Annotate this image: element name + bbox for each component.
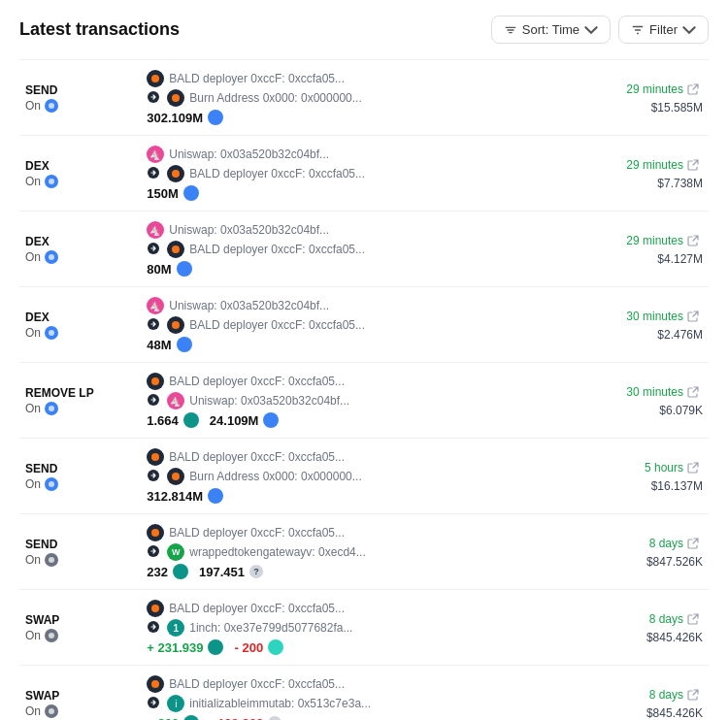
tx-time-cell: 30 minutes$6.079K [574,363,709,439]
tx-from-to-cell: 🦄Uniswap: 0x03a520b32c04bf...BALD deploy… [141,212,573,287]
address-icon [147,373,164,390]
tx-type-cell: SENDOn [19,60,141,136]
eth-chain-icon [45,553,58,567]
sort-button[interactable]: Sort: Time [491,16,611,44]
bald-token-icon [263,412,279,428]
from-address: BALD deployer 0xccF: 0xccfa05... [169,526,345,540]
tx-type-label: DEX [25,159,135,173]
unknown-token-icon: ? [268,716,281,720]
external-link-icon[interactable] [687,687,703,703]
tx-type-cell: DEXOn [19,212,141,287]
table-row: DEXOn🦄Uniswap: 0x03a520b32c04bf...BALD d… [19,212,709,287]
on-label: On [25,99,41,113]
tx-time-cell: 5 hours$16.137M [574,439,709,514]
tx-type-label: SEND [25,538,135,551]
tx-from-to-cell: BALD deployer 0xccF: 0xccfa05...Burn Add… [141,439,573,514]
arrow-icon [147,90,160,107]
from-address: Uniswap: 0x03a520b32c04bf... [169,147,329,161]
svg-point-27 [151,680,159,688]
external-link-icon[interactable] [687,460,703,475]
amount-primary: 80M [147,262,171,277]
from-address: Uniswap: 0x03a520b32c04bf... [169,299,329,312]
svg-point-16 [49,481,54,487]
to-address: Burn Address 0x000: 0x000000... [189,91,361,105]
tx-type-label: SEND [25,83,135,97]
from-address: Uniswap: 0x03a520b32c04bf... [169,223,329,237]
from-address: BALD deployer 0xccF: 0xccfa05... [169,677,345,691]
svg-point-20 [49,557,54,563]
tx-type-cell: SWAPOn [19,590,141,666]
eth-chain-icon [45,629,58,642]
amount-row: 232197.451? [147,564,567,579]
tx-time: 29 minutes [626,234,683,247]
external-link-icon[interactable] [687,157,703,173]
on-label: On [25,704,41,718]
svg-point-19 [172,473,180,480]
external-link-icon[interactable] [687,233,703,248]
tx-time-cell: 30 minutes$2.476M [574,287,709,363]
table-row: REMOVE LPOnBALD deployer 0xccF: 0xccfa05… [19,363,709,439]
tx-type-cell: SWAPOn [19,666,141,721]
to-address: BALD deployer 0xccF: 0xccfa05... [189,167,365,180]
address-icon [147,70,164,87]
amount-primary: 232 [147,565,168,579]
header-controls: Sort: Time Filter [491,16,709,44]
base-chain-icon [45,326,58,340]
tx-type-label: SWAP [25,613,135,627]
filter-chevron-icon [682,23,696,37]
from-address: BALD deployer 0xccF: 0xccfa05... [169,450,345,464]
on-label: On [25,326,41,340]
on-label: On [25,402,41,415]
amount-primary: 302.109M [147,111,203,125]
tx-type-cell: REMOVE LPOn [19,363,141,439]
base-chain-icon [45,99,58,113]
external-link-icon[interactable] [687,384,703,400]
svg-point-14 [151,377,159,385]
external-link-icon[interactable] [687,611,703,627]
external-link-icon[interactable] [687,82,703,97]
bald-token-icon [177,261,192,277]
eth-token-icon [208,639,223,655]
tx-usd-value: $16.137M [651,479,703,493]
address-icon [147,600,164,617]
address-icon [147,675,164,693]
svg-point-12 [172,321,180,329]
tx-time: 29 minutes [626,158,683,172]
uniswap-icon: 🦄 [147,297,164,314]
external-link-icon[interactable] [687,309,703,324]
table-row: DEXOn🦄Uniswap: 0x03a520b32c04bf...BALD d… [19,287,709,363]
svg-point-9 [172,245,180,253]
tx-type-cell: SENDOn [19,439,141,514]
tx-time-cell: 29 minutes$4.127M [574,212,709,287]
arrow-icon [147,544,160,561]
tx-time: 8 days [649,688,683,702]
table-row: SENDOnBALD deployer 0xccF: 0xccfa05...Bu… [19,60,709,136]
amount-row: 1.66424.109M [147,412,567,428]
svg-point-13 [49,406,54,411]
tx-type-cell: SENDOn [19,514,141,590]
svg-point-21 [151,529,159,537]
svg-point-26 [49,708,54,714]
gateway-icon: W [167,543,184,561]
tx-time: 5 hours [645,461,683,475]
tx-from-to-cell: BALD deployer 0xccF: 0xccfa05...🦄Uniswap… [141,363,573,439]
amount-row: 312.814M [147,488,567,504]
filter-button[interactable]: Filter [618,16,709,44]
tx-usd-value: $2.476M [657,328,703,342]
tx-type-cell: DEXOn [19,287,141,363]
svg-point-7 [49,254,54,260]
tx-usd-value: $847.526K [646,555,703,569]
to-address: initializableimmutab: 0x513c7e3a... [189,697,371,710]
tx-time: 30 minutes [626,310,683,323]
table-row: SENDOnBALD deployer 0xccF: 0xccfa05...Ww… [19,514,709,590]
tx-time-cell: 8 days$845.426K [574,590,709,666]
tx-usd-value: $4.127M [657,252,703,266]
external-link-icon[interactable] [687,536,703,551]
tx-time: 8 days [649,537,683,550]
tx-from-to-cell: 🦄Uniswap: 0x03a520b32c04bf...BALD deploy… [141,287,573,363]
amount-primary: 312.814M [147,489,203,504]
amount-secondary: 197.451 [199,565,245,579]
page-container: Latest transactions Sort: Time Filter SE… [0,0,728,720]
sort-label: Sort: Time [522,22,579,37]
eth-chain-icon [45,704,58,718]
